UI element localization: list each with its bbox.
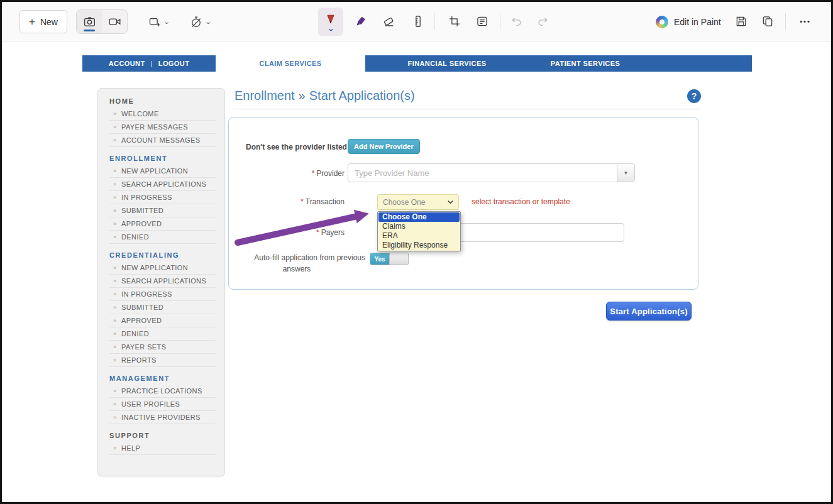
redo-button[interactable] — [531, 11, 554, 32]
transaction-field-label: *Transaction — [231, 197, 345, 206]
sidebar-item-search-applications[interactable]: »SEARCH APPLICATIONS — [109, 275, 216, 288]
sidebar-section-header-management: MANAGEMENT — [109, 375, 216, 382]
sidebar-item-label: REPORTS — [121, 356, 157, 364]
payers-label-text: Payers — [321, 228, 345, 237]
sidebar-item-welcome[interactable]: »WELCOME — [109, 107, 216, 121]
sidebar-item-in-progress[interactable]: »IN PROGRESS — [109, 288, 216, 301]
new-snip-button[interactable]: + New — [19, 10, 67, 33]
provider-combo-arrow-button[interactable]: ▾ — [617, 164, 634, 182]
ballpoint-pen-button[interactable]: ⌄ — [318, 8, 343, 36]
video-camera-icon — [108, 15, 121, 28]
sidebar-item-account-messages[interactable]: »ACCOUNT MESSAGES — [109, 134, 216, 147]
tab-claim-services[interactable]: CLAIM SERVICES — [216, 55, 365, 72]
chevron-down-icon: ⌄ — [163, 19, 171, 25]
transaction-select[interactable]: Choose One — [377, 194, 459, 210]
double-chevron-icon: » — [113, 388, 116, 394]
sidebar-item-in-progress[interactable]: »IN PROGRESS — [109, 191, 216, 204]
tab-patient-services[interactable]: PATIENT SERVICES — [510, 55, 661, 72]
crop-button[interactable] — [443, 11, 466, 32]
sidebar-item-label: IN PROGRESS — [121, 290, 172, 298]
eraser-button[interactable] — [378, 11, 400, 32]
save-icon — [735, 15, 747, 28]
double-chevron-icon: » — [113, 194, 116, 200]
snip-shape-button[interactable]: ⌄ — [141, 12, 177, 31]
undo-icon — [510, 15, 523, 28]
double-chevron-icon: » — [113, 234, 116, 240]
sidebar-item-label: SEARCH APPLICATIONS — [121, 180, 206, 188]
provider-input[interactable] — [348, 163, 635, 182]
double-chevron-icon: » — [113, 304, 116, 310]
capture-mode-group — [76, 9, 128, 34]
provider-label-text: Provider — [316, 169, 345, 178]
transaction-dropdown-list: Choose OneClaimsERAEligibility Response — [377, 211, 461, 251]
sidebar-item-label: APPROVED — [121, 220, 162, 227]
rectangle-snip-icon — [148, 16, 161, 28]
video-mode-button[interactable] — [102, 10, 127, 33]
chevron-down-icon — [447, 199, 454, 205]
sidebar-section-header-enrollment: ENROLLMENT — [109, 155, 216, 162]
camera-icon — [83, 15, 96, 28]
toolbar-divider — [785, 13, 786, 30]
transaction-option-choose-one[interactable]: Choose One — [378, 212, 460, 222]
sidebar-item-label: NEW APPLICATION — [121, 264, 188, 271]
sidebar-item-reports[interactable]: »REPORTS — [109, 354, 216, 367]
sidebar-item-user-profiles[interactable]: »USER PROFILES — [109, 398, 216, 411]
double-chevron-icon: » — [113, 181, 116, 187]
crop-icon — [448, 15, 461, 28]
redo-icon — [536, 15, 549, 28]
double-chevron-icon: » — [113, 221, 116, 227]
sidebar-item-label: NEW APPLICATION — [121, 167, 188, 175]
snipping-toolbar: + New ⌄ ⌄ — [2, 2, 831, 41]
sidebar-item-label: IN PROGRESS — [121, 194, 172, 201]
sidebar-item-denied[interactable]: »DENIED — [109, 327, 216, 341]
sidebar-item-payer-messages[interactable]: »PAYER MESSAGES — [109, 121, 216, 134]
snip-delay-button[interactable]: ⌄ — [183, 12, 218, 31]
save-button[interactable] — [730, 11, 753, 32]
sidebar-item-approved[interactable]: »APPROVED — [109, 314, 216, 327]
nav-logout-link[interactable]: LOGOUT — [158, 60, 189, 67]
transaction-option-claims[interactable]: Claims — [378, 222, 460, 231]
sidebar-section-header-support: SUPPORT — [109, 432, 216, 439]
autofill-label: Auto-fill application from previous answ… — [228, 253, 365, 273]
autofill-toggle[interactable]: Yes — [370, 253, 409, 265]
nav-account-link[interactable]: ACCOUNT — [109, 60, 145, 67]
edit-in-paint-label: Edit in Paint — [674, 17, 721, 27]
sidebar-item-label: INACTIVE PROVIDERS — [121, 414, 201, 421]
start-applications-button[interactable]: Start Application(s) — [606, 302, 692, 320]
add-new-provider-button[interactable]: Add New Provider — [348, 139, 420, 154]
sidebar-item-search-applications[interactable]: »SEARCH APPLICATIONS — [109, 178, 216, 191]
double-chevron-icon: » — [113, 317, 116, 324]
copy-button[interactable] — [756, 11, 779, 32]
sidebar-item-approved[interactable]: »APPROVED — [109, 217, 216, 231]
transaction-option-eligibility-response[interactable]: Eligibility Response — [378, 241, 460, 250]
sidebar-item-new-application[interactable]: »NEW APPLICATION — [109, 165, 216, 178]
help-button[interactable]: ? — [687, 89, 701, 103]
sidebar-item-inactive-providers[interactable]: »INACTIVE PROVIDERS — [109, 411, 216, 424]
more-options-button[interactable]: ••• — [793, 11, 818, 32]
double-chevron-icon: » — [113, 124, 116, 130]
provider-field-label: *Provider — [231, 169, 345, 178]
sidebar-item-practice-locations[interactable]: »PRACTICE LOCATIONS — [109, 385, 216, 398]
edit-in-paint-button[interactable]: Edit in Paint — [649, 10, 727, 33]
ruler-button[interactable] — [407, 11, 429, 32]
sidebar-item-submitted[interactable]: »SUBMITTED — [109, 204, 216, 217]
autofill-label-line2: answers — [228, 265, 365, 273]
sidebar-item-new-application[interactable]: »NEW APPLICATION — [109, 261, 216, 275]
screenshot-mode-button[interactable] — [77, 10, 102, 33]
tab-financial-services[interactable]: FINANCIAL SERVICES — [372, 55, 522, 72]
text-actions-button[interactable] — [471, 11, 494, 32]
toolbar-divider — [434, 13, 435, 30]
sidebar-item-denied[interactable]: »DENIED — [109, 231, 216, 244]
sidebar-item-label: SEARCH APPLICATIONS — [121, 277, 206, 285]
plus-icon: + — [29, 16, 35, 27]
double-chevron-icon: » — [113, 291, 116, 297]
sidebar-item-submitted[interactable]: »SUBMITTED — [109, 301, 216, 314]
sidebar-item-label: SUBMITTED — [121, 207, 163, 214]
sidebar-item-payer-sets[interactable]: »PAYER SETS — [109, 341, 216, 354]
undo-button[interactable] — [505, 11, 527, 32]
sidebar-item-label: WELCOME — [121, 110, 159, 118]
double-chevron-icon: » — [113, 445, 116, 451]
sidebar-item-help[interactable]: »HELP — [109, 442, 216, 455]
transaction-option-era[interactable]: ERA — [378, 231, 460, 241]
highlighter-button[interactable] — [349, 11, 372, 32]
